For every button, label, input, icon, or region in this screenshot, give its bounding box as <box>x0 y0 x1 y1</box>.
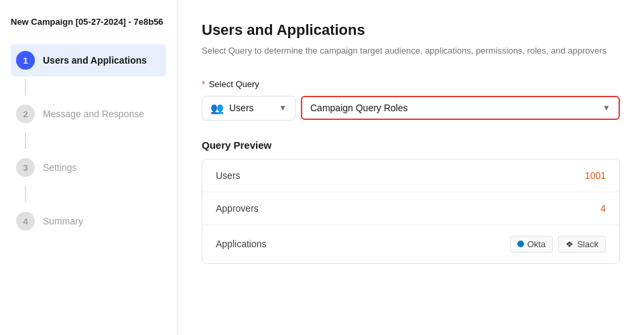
applications-row-label: Applications <box>216 239 267 249</box>
step-4-label: Summary <box>43 216 83 226</box>
users-dropdown-label: Users <box>229 103 273 113</box>
campaign-title: New Campaign [05-27-2024] - 7e8b56 <box>11 16 166 28</box>
slack-icon: ❖ <box>566 239 574 249</box>
step-connector-3-4 <box>25 186 26 202</box>
step-1-label: Users and Applications <box>43 55 147 66</box>
step-2-message-response[interactable]: 2 Message and Response <box>11 98 166 130</box>
users-dropdown[interactable]: 👥 Users ▼ <box>202 96 296 121</box>
query-dropdown-chevron-icon: ▼ <box>602 103 610 113</box>
preview-row-applications: Applications Okta ❖ Slack <box>202 225 619 263</box>
step-1-circle: 1 <box>16 51 35 70</box>
step-3-label: Settings <box>43 162 77 173</box>
step-2-label: Message and Response <box>43 109 144 119</box>
preview-row-users: Users 1001 <box>202 159 619 192</box>
slack-label: Slack <box>577 239 598 249</box>
step-4-summary[interactable]: 4 Summary <box>11 205 166 237</box>
approvers-row-label: Approvers <box>216 203 259 214</box>
select-query-label: * Select Query <box>202 79 620 89</box>
slack-badge: ❖ Slack <box>558 236 606 253</box>
preview-row-approvers: Approvers 4 <box>202 192 619 225</box>
users-icon: 👥 <box>210 102 224 115</box>
page-title: Users and Applications <box>202 21 620 39</box>
sidebar: New Campaign [05-27-2024] - 7e8b56 1 Use… <box>0 0 178 335</box>
step-1-users-applications[interactable]: 1 Users and Applications <box>11 44 166 76</box>
applications-badges: Okta ❖ Slack <box>510 236 606 253</box>
step-connector-2-3 <box>25 133 26 149</box>
step-4-circle: 4 <box>16 212 35 230</box>
main-content: Users and Applications Select Query to d… <box>178 0 644 335</box>
select-query-row: 👥 Users ▼ Campaign Query Roles ▼ <box>202 96 620 121</box>
query-preview-table: Users 1001 Approvers 4 Applications Okta… <box>202 159 620 264</box>
step-2-circle: 2 <box>16 105 35 123</box>
step-3-settings[interactable]: 3 Settings <box>11 151 166 184</box>
users-row-label: Users <box>216 170 241 181</box>
okta-dot-icon <box>517 241 524 247</box>
users-dropdown-chevron-icon: ▼ <box>279 103 287 113</box>
query-dropdown[interactable]: Campaign Query Roles ▼ <box>301 96 620 120</box>
step-3-circle: 3 <box>16 158 35 177</box>
query-preview-title: Query Preview <box>202 139 620 151</box>
okta-label: Okta <box>527 239 545 249</box>
approvers-row-value: 4 <box>600 203 606 214</box>
required-star: * <box>202 79 205 89</box>
users-row-value: 1001 <box>585 170 606 181</box>
step-connector-1-2 <box>25 79 26 95</box>
page-subtitle: Select Query to determine the campaign t… <box>202 44 620 58</box>
okta-badge: Okta <box>510 236 553 253</box>
query-dropdown-label: Campaign Query Roles <box>310 103 597 113</box>
